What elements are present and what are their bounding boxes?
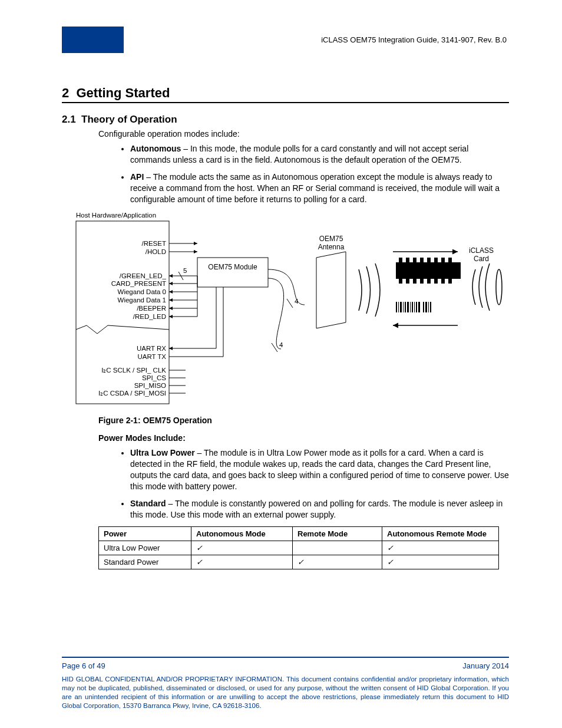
signal-hold: /HOLD	[146, 248, 166, 255]
list-item: API – The module acts the same as in Aut…	[130, 172, 509, 205]
signal-sclk: I₂C SCLK / SPI_ CLK	[101, 367, 166, 374]
svg-rect-52	[425, 302, 427, 312]
card-label-2: Card	[474, 255, 489, 263]
subsection-title: Theory of Operation	[81, 114, 177, 125]
signal-green: /GREEN_LED_	[120, 272, 167, 279]
footer: Page 6 of 49 January 2014 HID GLOBAL CON…	[0, 657, 562, 710]
svg-rect-24	[399, 258, 402, 263]
cell-ar: ✓	[382, 541, 499, 555]
svg-rect-37	[434, 278, 438, 284]
svg-rect-36	[427, 278, 431, 284]
card-label-1: iCLASS	[469, 246, 494, 255]
svg-rect-26	[413, 258, 416, 263]
footer-date: January 2014	[462, 661, 509, 670]
page-number: Page 6 of 49	[62, 661, 105, 670]
power-heading: Power Modes Include:	[98, 433, 509, 443]
subsection-heading: 2.1 Theory of Operation	[62, 114, 509, 126]
svg-rect-28	[427, 258, 431, 263]
signal-beeper: /BEEPER	[137, 305, 166, 312]
svg-rect-34	[413, 278, 416, 284]
bus-count-4b: 4	[279, 341, 283, 348]
svg-rect-39	[448, 278, 452, 284]
mode-list: Autonomous – In this mode, the module po…	[109, 143, 509, 205]
footer-legal: HID GLOBAL CONFIDENTIAL AND/OR PROPRIETA…	[62, 675, 509, 710]
cell-ar: ✓	[382, 555, 499, 569]
signal-wd0: Wiegand Data 0	[118, 288, 166, 295]
mode-desc: – The module acts the same as in Autonom…	[130, 172, 500, 204]
bus-count-5: 5	[183, 267, 187, 274]
svg-rect-46	[410, 302, 411, 312]
bus-count-4a: 4	[295, 298, 299, 305]
figure-caption: Figure 2-1: OEM75 Operation	[98, 416, 509, 425]
cell-power: Ultra Low Power	[99, 541, 191, 555]
svg-rect-42	[400, 302, 402, 312]
power-mode-name: Ultra Low Power	[130, 448, 195, 457]
table-row: Ultra Low Power ✓ ✓	[99, 541, 499, 555]
col-remote: Remote Mode	[293, 526, 382, 541]
svg-rect-54	[430, 302, 431, 312]
svg-point-56	[496, 269, 502, 305]
svg-rect-53	[428, 302, 429, 312]
svg-rect-48	[414, 302, 415, 312]
svg-rect-40	[396, 302, 397, 312]
power-table: Power Autonomous Mode Remote Mode Autono…	[98, 526, 499, 569]
signal-miso: SPI_MISO	[134, 382, 166, 389]
svg-rect-23	[396, 262, 461, 279]
table-row: Standard Power ✓ ✓ ✓	[99, 555, 499, 569]
intro-text: Configurable operation modes include:	[98, 129, 509, 139]
subsection-number: 2.1	[62, 114, 76, 125]
svg-rect-27	[420, 258, 424, 263]
svg-rect-47	[412, 302, 413, 312]
signal-wd1: Wiegand Data 1	[118, 297, 166, 304]
header-blue-block	[62, 27, 124, 53]
antenna-label-1: OEM75	[319, 235, 343, 243]
signal-mosi: I₂C CSDA / SPI_MOSI	[98, 390, 166, 397]
svg-rect-50	[418, 302, 420, 312]
svg-rect-44	[405, 302, 406, 312]
table-header-row: Power Autonomous Mode Remote Mode Autono…	[99, 526, 499, 541]
header: iCLASS OEM75 Integration Guide, 3141-907…	[62, 27, 509, 53]
power-mode-name: Standard	[130, 499, 166, 508]
svg-rect-33	[406, 278, 409, 284]
svg-rect-29	[434, 258, 438, 263]
cell-remote: ✓	[293, 555, 382, 569]
header-text: iCLASS OEM75 Integration Guide, 3141-907…	[124, 27, 509, 53]
svg-rect-1	[197, 258, 268, 287]
list-item: Autonomous – In this mode, the module po…	[130, 143, 509, 166]
signal-uartrx: UART RX	[137, 345, 166, 352]
signal-reset: /RESET	[141, 240, 166, 247]
signal-cs: SPI_CS	[142, 374, 166, 381]
figure-diagram: Host Hardware/Application OEM75 Module /…	[69, 210, 509, 410]
cell-remote	[293, 541, 382, 555]
svg-rect-25	[406, 258, 409, 263]
host-label: Host Hardware/Application	[76, 212, 156, 219]
mode-name: API	[130, 172, 144, 182]
list-item: Standard – The module is constantly powe…	[130, 498, 509, 521]
power-mode-desc: – The module is constantly powered on an…	[130, 499, 503, 519]
cell-auto: ✓	[191, 541, 293, 555]
col-autonomous: Autonomous Mode	[191, 526, 293, 541]
svg-rect-31	[448, 258, 452, 263]
antenna-label-2: Antenna	[318, 243, 345, 251]
svg-rect-30	[441, 258, 445, 263]
svg-rect-49	[416, 302, 417, 312]
cell-power: Standard Power	[99, 555, 191, 569]
cell-auto: ✓	[191, 555, 293, 569]
svg-rect-32	[399, 278, 402, 284]
signal-uarttx: UART TX	[137, 353, 166, 360]
section-title: Getting Started	[76, 85, 170, 100]
svg-rect-38	[441, 278, 445, 284]
svg-rect-51	[423, 302, 424, 312]
svg-rect-43	[403, 302, 404, 312]
list-item: Ultra Low Power – The module is in Ultra…	[130, 447, 509, 492]
col-auto-remote: Autonomous Remote Mode	[382, 526, 499, 541]
svg-rect-45	[407, 302, 409, 312]
power-mode-list: Ultra Low Power – The module is in Ultra…	[109, 447, 509, 520]
col-power: Power	[99, 526, 191, 541]
svg-rect-41	[398, 302, 399, 312]
section-number: 2	[62, 85, 69, 100]
section-heading: 2 Getting Started	[62, 85, 509, 103]
signal-redled: /RED_LED	[133, 313, 166, 320]
svg-line-20	[287, 299, 293, 308]
module-label: OEM75 Module	[208, 263, 257, 271]
